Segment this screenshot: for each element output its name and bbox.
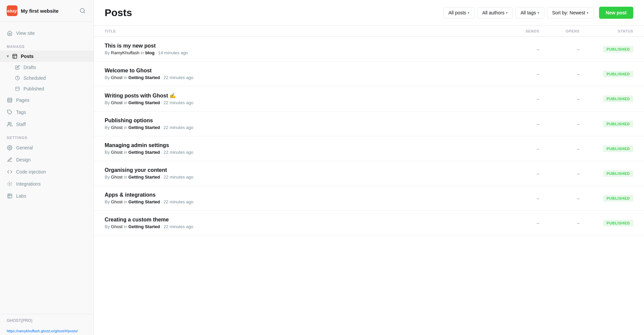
post-author[interactable]: RamyKhuffash (111, 50, 140, 55)
sidebar-item-pages[interactable]: Pages (0, 94, 94, 106)
table-row[interactable]: Publishing options By Ghost in Getting S… (94, 112, 644, 136)
header-controls: All posts ▾ All authors ▾ All tags ▾ Sor… (443, 7, 633, 19)
post-opens: – (539, 171, 580, 176)
svg-rect-2 (13, 54, 17, 58)
post-tag[interactable]: Getting Started (128, 199, 160, 204)
table-row[interactable]: Welcome to Ghost By Ghost in Getting Sta… (94, 62, 644, 86)
post-sends: – (499, 96, 539, 102)
table-row[interactable]: Managing admin settings By Ghost in Gett… (94, 136, 644, 161)
sidebar-item-posts[interactable]: ▾ Posts (0, 51, 94, 62)
post-status: PUBLISHED (580, 170, 633, 177)
post-tag[interactable]: Getting Started (128, 175, 160, 180)
scheduled-label: Scheduled (23, 75, 46, 81)
published-label: Published (23, 86, 44, 91)
status-badge: PUBLISHED (603, 121, 633, 127)
search-button[interactable] (78, 6, 87, 15)
post-author[interactable]: Ghost (111, 100, 123, 105)
sort-filter[interactable]: Sort by: Newest ▾ (547, 7, 594, 18)
table-row[interactable]: Organising your content By Ghost in Gett… (94, 161, 644, 186)
code-injection-label: Code injection (16, 169, 46, 175)
post-title: Publishing options (105, 118, 499, 124)
svg-rect-8 (8, 98, 12, 102)
post-status: PUBLISHED (580, 145, 633, 152)
col-opens: OPENS (539, 29, 580, 33)
post-tag[interactable]: Getting Started (128, 100, 160, 105)
post-author[interactable]: Ghost (111, 224, 123, 229)
integrations-label: Integrations (16, 181, 41, 187)
post-title: Managing admin settings (105, 142, 499, 148)
staff-label: Staff (16, 122, 26, 127)
new-post-button[interactable]: New post (599, 7, 633, 19)
status-badge: PUBLISHED (603, 95, 633, 102)
all-posts-filter[interactable]: All posts ▾ (443, 7, 475, 18)
all-tags-filter[interactable]: All tags ▾ (516, 7, 544, 18)
post-sends: – (499, 171, 539, 176)
svg-line-1 (84, 12, 85, 13)
sidebar-item-design[interactable]: Design (0, 154, 94, 166)
posts-list: This is my new post By RamyKhuffash in b… (94, 37, 644, 236)
sidebar-item-integrations[interactable]: Integrations (0, 178, 94, 190)
table-row[interactable]: Creating a custom theme By Ghost in Gett… (94, 211, 644, 236)
published-icon (15, 86, 20, 91)
pages-icon (7, 97, 13, 103)
table-row[interactable]: Writing posts with Ghost ✍ By Ghost in G… (94, 86, 644, 112)
sort-label: Sort by: Newest (552, 10, 585, 15)
post-sends: – (499, 196, 539, 201)
post-meta: By Ghost in Getting Started · 22 minutes… (105, 100, 499, 105)
post-meta: By Ghost in Getting Started · 22 minutes… (105, 175, 499, 180)
sidebar-item-labs[interactable]: Labs (0, 190, 94, 202)
home-icon (7, 30, 13, 36)
sidebar-header: ebay My first website (0, 0, 94, 22)
posts-subnav: Drafts Scheduled Published (0, 62, 94, 94)
sidebar-item-staff[interactable]: Staff (0, 118, 94, 130)
status-badge: PUBLISHED (603, 71, 633, 77)
post-tag[interactable]: Getting Started (128, 224, 160, 229)
status-badge: PUBLISHED (603, 170, 633, 177)
all-authors-label: All authors (482, 10, 504, 15)
status-badge: PUBLISHED (603, 46, 633, 53)
post-status: PUBLISHED (580, 121, 633, 127)
chevron-down-icon: ▾ (587, 11, 589, 15)
gear-icon (7, 145, 13, 151)
post-tag[interactable]: blog (145, 50, 154, 55)
post-tag[interactable]: Getting Started (128, 150, 160, 155)
post-sends: – (499, 47, 539, 52)
post-opens: – (539, 121, 580, 127)
post-info: Writing posts with Ghost ✍ By Ghost in G… (105, 92, 499, 105)
sidebar-item-general[interactable]: General (0, 142, 94, 154)
sidebar-view-site-label: View site (16, 30, 35, 36)
post-info: Welcome to Ghost By Ghost in Getting Sta… (105, 68, 499, 80)
post-author[interactable]: Ghost (111, 75, 123, 80)
sidebar-item-drafts[interactable]: Drafts (0, 62, 94, 73)
chevron-down-icon: ▾ (506, 11, 508, 15)
staff-icon (7, 121, 13, 127)
post-tag[interactable]: Getting Started (128, 125, 160, 130)
search-icon (79, 8, 86, 14)
post-opens: – (539, 196, 580, 201)
sidebar-item-code-injection[interactable]: Code injection (0, 166, 94, 178)
col-title: TITLE (105, 29, 499, 33)
post-author[interactable]: Ghost (111, 125, 123, 130)
posts-label: Posts (21, 54, 34, 59)
table-row[interactable]: Apps & integrations By Ghost in Getting … (94, 186, 644, 211)
brand-name: My first website (21, 8, 59, 14)
post-author[interactable]: Ghost (111, 150, 123, 155)
sidebar-item-tags[interactable]: Tags (0, 106, 94, 118)
table-row[interactable]: This is my new post By RamyKhuffash in b… (94, 37, 644, 62)
sidebar-item-published[interactable]: Published (0, 83, 94, 94)
post-status: PUBLISHED (580, 71, 633, 77)
post-author[interactable]: Ghost (111, 199, 123, 204)
sidebar-item-scheduled[interactable]: Scheduled (0, 73, 94, 83)
settings-section-label: SETTINGS (0, 130, 94, 142)
post-tag[interactable]: Getting Started (128, 75, 160, 80)
chevron-down-icon: ▾ (7, 54, 9, 59)
post-sends: – (499, 146, 539, 151)
post-meta: By Ghost in Getting Started · 22 minutes… (105, 150, 499, 155)
post-opens: – (539, 47, 580, 52)
all-authors-filter[interactable]: All authors ▾ (477, 7, 513, 18)
sidebar-item-view-site[interactable]: View site (0, 27, 94, 39)
post-sends: – (499, 220, 539, 226)
post-author[interactable]: Ghost (111, 175, 123, 180)
general-label: General (16, 145, 33, 150)
status-badge: PUBLISHED (603, 145, 633, 152)
